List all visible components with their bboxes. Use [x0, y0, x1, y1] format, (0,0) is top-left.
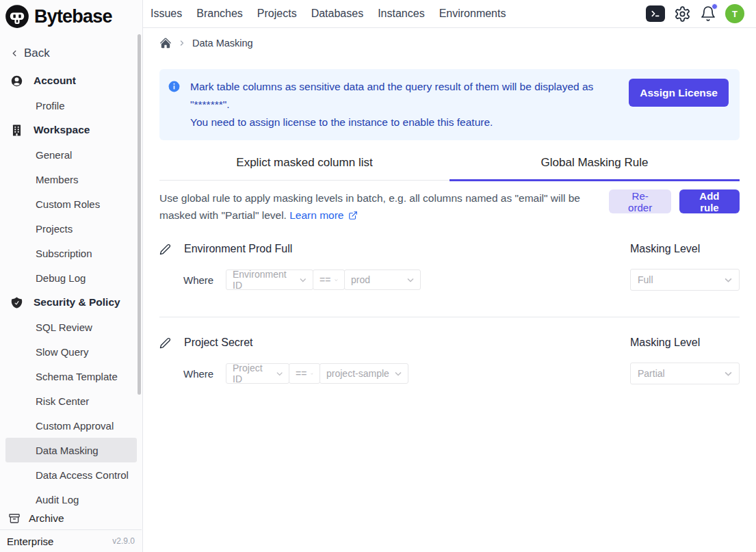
sidebar-item-data-access-control[interactable]: Data Access Control	[0, 462, 142, 487]
sidebar-item-custom-roles[interactable]: Custom Roles	[0, 192, 142, 216]
chevron-right-icon	[178, 39, 186, 47]
masking-rule-card: Environment Prod Full Masking Level Wher…	[159, 243, 740, 291]
masking-level-select[interactable]: Full	[630, 269, 740, 291]
reorder-button[interactable]: Re-order	[609, 189, 671, 213]
edit-pencil-icon[interactable]	[159, 244, 171, 255]
building-icon	[10, 124, 23, 137]
topbar-actions: T	[646, 4, 744, 23]
sidebar-item-members[interactable]: Members	[0, 167, 142, 192]
masking-level-label: Masking Level	[630, 243, 740, 255]
rule-header: Environment Prod Full Masking Level	[159, 243, 740, 255]
info-circle-icon	[168, 80, 181, 93]
sql-editor-terminal-icon[interactable]	[646, 5, 665, 22]
where-label: Where	[183, 368, 214, 380]
sidebar-scrollbar[interactable]	[138, 34, 141, 395]
sidebar-section-label: Security & Policy	[34, 296, 120, 308]
learn-more-link[interactable]: Learn more	[289, 209, 358, 221]
rule-header: Project Secret Masking Level	[159, 337, 740, 349]
shield-check-icon	[10, 296, 23, 309]
rule-list-description: Use global rule to apply masking levels …	[159, 189, 609, 224]
sidebar-section-label: Workspace	[34, 124, 90, 136]
nav-environments[interactable]: Environments	[439, 8, 506, 20]
condition-operator-select[interactable]: ==	[313, 270, 345, 290]
rule-divider	[159, 317, 740, 317]
external-link-icon	[348, 211, 358, 220]
banner-text: Mark table columns as sensitive data and…	[190, 78, 629, 131]
rule-actions: Re-order Add rule	[609, 189, 740, 224]
tab-global-masking-rule[interactable]: Global Masking Rule	[449, 153, 740, 180]
chevron-left-icon	[10, 49, 19, 58]
sidebar-item-profile[interactable]: Profile	[0, 93, 142, 118]
masking-level-select[interactable]: Partial	[630, 363, 740, 384]
brand-logo[interactable]: Bytebase	[0, 0, 142, 30]
chevron-down-icon	[407, 278, 414, 282]
nav-instances[interactable]: Instances	[378, 8, 424, 20]
user-circle-icon	[10, 75, 23, 88]
masking-rule-card: Project Secret Masking Level Where Proje…	[159, 337, 740, 384]
masking-level-label: Masking Level	[630, 337, 740, 349]
archive-label: Archive	[29, 512, 64, 525]
sidebar-item-debug-log[interactable]: Debug Log	[0, 265, 142, 290]
sidebar-section-security-policy: Security & Policy	[0, 290, 142, 315]
rule-title: Environment Prod Full	[184, 243, 630, 255]
sidebar-item-general[interactable]: General	[0, 142, 142, 167]
sidebar-item-sql-review[interactable]: SQL Review	[0, 315, 142, 339]
sidebar-section-account: Account	[0, 68, 142, 93]
brand-name: Bytebase	[34, 6, 112, 27]
chevron-down-icon	[395, 371, 402, 376]
chevron-down-icon	[335, 278, 338, 282]
nav-issues[interactable]: Issues	[151, 8, 182, 20]
condition-value-select[interactable]: prod	[344, 270, 421, 290]
sidebar-item-slow-query[interactable]: Slow Query	[0, 339, 142, 364]
assign-license-button[interactable]: Assign License	[629, 79, 729, 107]
top-navigation-bar: Issues Branches Projects Databases Insta…	[143, 0, 756, 28]
rule-list-header: Use global rule to apply masking levels …	[159, 189, 740, 224]
chevron-down-icon	[276, 371, 283, 376]
condition-operator-select[interactable]: ==	[289, 363, 320, 384]
main-nav: Issues Branches Projects Databases Insta…	[151, 8, 506, 20]
chevron-down-icon	[311, 371, 313, 376]
condition-selects: Project ID == project-sample	[226, 363, 408, 384]
chevron-down-icon	[725, 371, 732, 376]
data-masking-page: Data Masking Mark table columns as sensi…	[143, 28, 756, 552]
where-label: Where	[183, 274, 214, 286]
breadcrumb-current: Data Masking	[192, 38, 253, 49]
banner-line-1: Mark table columns as sensitive data and…	[190, 78, 629, 114]
sidebar-item-projects[interactable]: Projects	[0, 216, 142, 241]
back-button[interactable]: Back	[0, 41, 142, 66]
condition-value-select[interactable]: project-sample	[320, 363, 408, 384]
rule-title: Project Secret	[184, 337, 630, 349]
settings-sidebar: Bytebase Back Account Profile Workspace	[0, 0, 143, 552]
nav-databases[interactable]: Databases	[311, 8, 364, 20]
rule-condition-row: Where Environment ID == prod	[159, 269, 740, 291]
sidebar-item-data-masking[interactable]: Data Masking	[5, 438, 137, 462]
sidebar-item-archive[interactable]: Archive	[0, 507, 142, 529]
description-text: Use global rule to apply masking levels …	[159, 192, 580, 221]
chevron-down-icon	[300, 278, 307, 282]
sidebar-item-subscription[interactable]: Subscription	[0, 241, 142, 265]
sidebar-item-risk-center[interactable]: Risk Center	[0, 389, 142, 413]
home-icon[interactable]	[159, 37, 172, 49]
notification-dot	[712, 3, 718, 10]
version-label: v2.9.0	[112, 536, 135, 546]
edit-pencil-icon[interactable]	[159, 337, 171, 349]
tab-explicit-masked-column-list[interactable]: Explict masked column list	[159, 153, 449, 180]
add-rule-button[interactable]: Add rule	[679, 189, 740, 213]
avatar[interactable]: T	[725, 4, 744, 23]
nav-branches[interactable]: Branches	[196, 8, 243, 20]
sidebar-nav: Account Profile Workspace General Member…	[0, 68, 142, 512]
condition-field-select[interactable]: Project ID	[226, 363, 289, 384]
rule-condition-row: Where Project ID == project-sample	[159, 363, 740, 384]
sidebar-item-custom-approval[interactable]: Custom Approval	[0, 413, 142, 438]
sidebar-section-workspace: Workspace	[0, 118, 142, 142]
archive-box-icon	[8, 512, 21, 525]
sidebar-item-schema-template[interactable]: Schema Template	[0, 364, 142, 389]
condition-selects: Environment ID == prod	[226, 270, 421, 290]
chevron-down-icon	[725, 278, 732, 282]
notifications-bell-icon[interactable]	[700, 5, 716, 22]
condition-field-select[interactable]: Environment ID	[226, 270, 313, 290]
plan-badge: Enterprise	[7, 536, 53, 547]
nav-projects[interactable]: Projects	[257, 8, 297, 20]
sidebar-footer: Enterprise v2.9.0	[0, 529, 142, 552]
settings-gear-icon[interactable]	[674, 5, 691, 23]
